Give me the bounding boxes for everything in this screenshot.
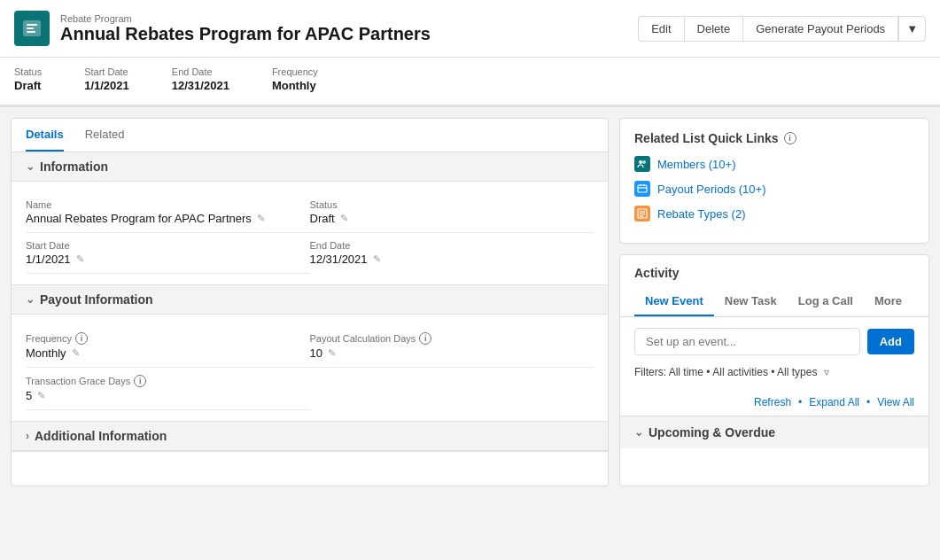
- payout-section: ⌄ Payout Information Frequency i Monthly…: [12, 285, 608, 422]
- status-field: Status Draft ✎: [310, 192, 594, 233]
- name-edit-icon[interactable]: ✎: [257, 213, 265, 224]
- name-field: Name Annual Rebates Program for APAC Par…: [26, 192, 310, 233]
- rebate-program-icon: [14, 11, 50, 46]
- start-date-edit-icon[interactable]: ✎: [76, 253, 84, 265]
- activity-tab-new-task[interactable]: New Task: [714, 287, 788, 316]
- start-date-field: Start Date 1/1/2021 ✎: [26, 233, 310, 274]
- frequency-info-icon: i: [75, 332, 88, 345]
- start-date-meta-label: Start Date: [84, 66, 129, 77]
- edit-button[interactable]: Edit: [638, 16, 683, 42]
- activity-tabs: New Event New Task Log a Call More: [634, 287, 914, 316]
- more-actions-dropdown[interactable]: ▼: [898, 16, 926, 42]
- payout-periods-quick-link[interactable]: Payout Periods (10+): [634, 181, 914, 197]
- members-quick-link[interactable]: Members (10+): [634, 156, 914, 172]
- status-value: Draft ✎: [310, 212, 594, 225]
- start-date-value: 1/1/2021 ✎: [26, 253, 310, 266]
- information-fields: Name Annual Rebates Program for APAC Par…: [12, 182, 608, 284]
- grace-days-value: 5 ✎: [26, 389, 310, 402]
- payout-calc-field: Payout Calculation Days i 10 ✎: [310, 325, 594, 368]
- additional-section-header[interactable]: › Additional Information: [12, 422, 608, 451]
- svg-point-2: [642, 160, 646, 164]
- name-value: Annual Rebates Program for APAC Partners…: [26, 212, 310, 225]
- frequency-meta-value: Monthly: [272, 79, 318, 92]
- status-meta: Status Draft: [14, 66, 42, 92]
- activity-title: Activity: [634, 266, 914, 280]
- svg-rect-3: [638, 185, 647, 192]
- payout-calc-value: 10 ✎: [310, 346, 594, 360]
- activity-actions: Refresh • Expand All • View All: [620, 389, 928, 416]
- additional-section: › Additional Information: [12, 422, 608, 452]
- start-date-label: Start Date: [26, 240, 310, 251]
- filters-row: Filters: All time • All activities • All…: [634, 366, 914, 378]
- information-section: ⌄ Information Name Annual Rebates Progra…: [12, 152, 608, 285]
- refresh-link[interactable]: Refresh: [754, 396, 791, 408]
- activity-tab-new-event[interactable]: New Event: [634, 287, 714, 316]
- generate-payout-periods-button[interactable]: Generate Payout Periods: [742, 16, 898, 42]
- rebate-types-quick-link[interactable]: Rebate Types (2): [634, 206, 914, 222]
- payout-periods-link-icon: [634, 181, 650, 197]
- payout-calc-info-icon: i: [419, 332, 431, 345]
- activity-header: Activity New Event New Task Log a Call M…: [620, 255, 928, 317]
- frequency-edit-icon[interactable]: ✎: [72, 347, 80, 359]
- tab-related[interactable]: Related: [85, 119, 125, 152]
- upcoming-section-title: Upcoming & Overdue: [649, 425, 775, 439]
- payout-section-title: Payout Information: [40, 292, 153, 307]
- frequency-value: Monthly ✎: [26, 346, 310, 360]
- upcoming-chevron-icon: ⌄: [634, 426, 643, 439]
- rebate-types-link-icon: [634, 206, 650, 222]
- name-label: Name: [26, 199, 310, 210]
- end-date-value: 12/31/2021 ✎: [310, 253, 594, 266]
- information-section-header[interactable]: ⌄ Information: [12, 152, 608, 182]
- end-date-label: End Date: [310, 240, 594, 251]
- expand-all-link[interactable]: Expand All: [809, 396, 859, 408]
- information-section-title: Information: [40, 159, 108, 174]
- svg-point-1: [639, 160, 642, 164]
- page-title: Annual Rebates Program for APAC Partners: [60, 24, 431, 44]
- status-edit-icon[interactable]: ✎: [340, 213, 348, 224]
- activity-card: Activity New Event New Task Log a Call M…: [619, 254, 929, 486]
- grace-days-label: Transaction Grace Days i: [26, 375, 310, 387]
- payout-spacer: [310, 368, 594, 410]
- additional-section-title: Additional Information: [35, 429, 167, 443]
- header-text: Rebate Program Annual Rebates Program fo…: [60, 13, 431, 44]
- quick-links-info-icon: i: [784, 132, 796, 144]
- add-event-button[interactable]: Add: [867, 329, 914, 354]
- members-link-icon: [634, 156, 650, 172]
- activity-tab-more[interactable]: More: [864, 287, 913, 316]
- start-date-meta: Start Date 1/1/2021: [84, 66, 129, 92]
- end-date-meta: End Date 12/31/2021: [172, 66, 229, 92]
- filter-funnel-icon[interactable]: ▿: [824, 366, 829, 378]
- event-input-row: Add: [634, 328, 914, 355]
- activity-tab-log-call[interactable]: Log a Call: [788, 287, 864, 316]
- event-input[interactable]: [634, 328, 860, 355]
- header-left: Rebate Program Annual Rebates Program fo…: [14, 11, 431, 46]
- activity-body: Add Filters: All time • All activities •…: [620, 317, 928, 389]
- status-label: Status: [310, 199, 594, 210]
- frequency-label: Frequency i: [26, 332, 310, 345]
- tab-details[interactable]: Details: [26, 119, 64, 152]
- payout-chevron-icon: ⌄: [26, 293, 35, 306]
- main-layout: Details Related ⌄ Information Name Annua…: [0, 107, 940, 497]
- metadata-bar: Status Draft Start Date 1/1/2021 End Dat…: [0, 58, 940, 107]
- view-all-link[interactable]: View All: [877, 396, 914, 408]
- payout-calc-edit-icon[interactable]: ✎: [328, 347, 336, 359]
- right-panel: Related List Quick Links i Members (10+)…: [619, 118, 929, 486]
- delete-button[interactable]: Delete: [684, 16, 743, 42]
- upcoming-overdue-section[interactable]: ⌄ Upcoming & Overdue: [620, 416, 928, 448]
- grace-days-info-icon: i: [134, 375, 146, 387]
- record-type-label: Rebate Program: [60, 13, 431, 24]
- grace-days-edit-icon[interactable]: ✎: [37, 390, 45, 401]
- quick-links-title: Related List Quick Links i: [634, 131, 914, 145]
- frequency-meta: Frequency Monthly: [272, 66, 318, 92]
- end-date-field: End Date 12/31/2021 ✎: [310, 233, 594, 274]
- quick-links-card: Related List Quick Links i Members (10+)…: [619, 118, 929, 244]
- additional-chevron-icon: ›: [26, 430, 29, 442]
- end-date-meta-label: End Date: [172, 66, 229, 77]
- end-date-edit-icon[interactable]: ✎: [373, 253, 381, 265]
- frequency-meta-label: Frequency: [272, 66, 318, 77]
- frequency-field: Frequency i Monthly ✎: [26, 325, 310, 368]
- header-actions: Edit Delete Generate Payout Periods ▼: [638, 16, 926, 42]
- grace-days-field: Transaction Grace Days i 5 ✎: [26, 368, 310, 410]
- payout-section-header[interactable]: ⌄ Payout Information: [12, 285, 608, 315]
- status-meta-label: Status: [14, 66, 42, 77]
